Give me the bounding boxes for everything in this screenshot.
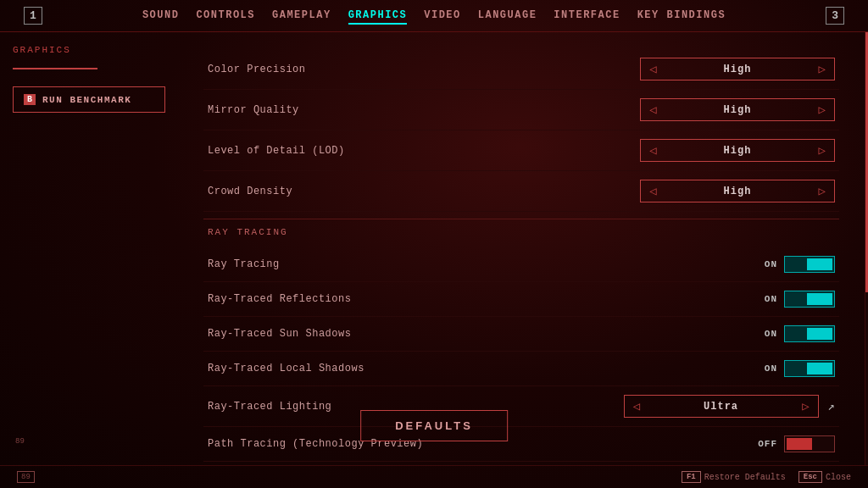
scroll-track[interactable]: [865, 32, 868, 465]
nav-bracket-right: 3: [826, 7, 844, 25]
close-hint[interactable]: Esc Close: [798, 471, 851, 483]
benchmark-key: B: [24, 94, 36, 105]
restore-defaults-label: Restore Defaults: [704, 473, 786, 482]
ray-reflections-label: Ray-Traced Reflections: [208, 293, 351, 305]
defaults-button[interactable]: DEFAULTS: [360, 410, 508, 441]
crowd-density-selector[interactable]: ◁ High ▷: [640, 180, 835, 202]
cursor-icon: ↗: [828, 399, 835, 413]
ray-tracing-state-label: ON: [756, 259, 777, 269]
ray-sun-shadows-state-label: ON: [756, 329, 777, 339]
lod-arrow-right[interactable]: ▷: [810, 140, 834, 161]
benchmark-label: Run Benchmark: [42, 95, 131, 105]
ray-sun-shadows-label: Ray-Traced Sun Shadows: [208, 328, 351, 340]
lod-arrow-left[interactable]: ◁: [641, 140, 665, 161]
mirror-quality-value: High: [665, 101, 810, 119]
nav-item-sound[interactable]: Sound: [142, 8, 180, 25]
settings-panel: Color Precision ◁ High ▷ Mirror Quality …: [178, 32, 865, 465]
nav-item-controls[interactable]: Controls: [196, 8, 255, 25]
setting-row-ray-tracing: Ray Tracing ON: [203, 247, 839, 282]
top-nav: 1 Sound Controls Gameplay Graphics Video…: [0, 0, 868, 32]
setting-row-color-precision: Color Precision ◁ High ▷: [203, 49, 839, 90]
color-precision-label: Color Precision: [208, 64, 306, 75]
ray-sun-shadows-toggle[interactable]: [784, 325, 835, 342]
crowd-density-arrow-right[interactable]: ▷: [810, 180, 834, 202]
defaults-button-container: DEFAULTS: [360, 410, 508, 441]
crowd-density-label: Crowd Density: [208, 186, 292, 197]
setting-row-lod: Level of Detail (LOD) ◁ High ▷: [203, 130, 839, 171]
color-precision-arrow-right[interactable]: ▷: [810, 58, 834, 80]
mirror-quality-label: Mirror Quality: [208, 104, 299, 116]
nav-item-gameplay[interactable]: Gameplay: [272, 8, 331, 25]
nav-bracket-left: 1: [24, 7, 42, 25]
ray-tracing-toggle[interactable]: [784, 256, 835, 273]
ray-local-shadows-state-label: ON: [756, 363, 777, 374]
color-precision-arrow-left[interactable]: ◁: [641, 58, 665, 80]
ray-reflections-toggle-container: ON: [756, 291, 835, 308]
page-number: 89: [15, 437, 25, 446]
bottom-right: F1 Restore Defaults Esc Close: [682, 471, 851, 483]
nav-item-language[interactable]: Language: [478, 8, 537, 25]
setting-row-path-tracing: Path Tracing (Technology Preview) OFF: [203, 427, 839, 462]
nav-items: Sound Controls Gameplay Graphics Video L…: [49, 8, 819, 25]
sidebar-title: Graphics: [13, 45, 165, 55]
ray-lighting-arrow-right[interactable]: ▷: [793, 396, 817, 417]
close-key-badge: Esc: [798, 471, 822, 483]
ray-reflections-toggle[interactable]: [784, 291, 835, 308]
content-area: Graphics B Run Benchmark Color Precision…: [0, 32, 868, 465]
crowd-density-value: High: [665, 182, 810, 201]
path-tracing-toggle[interactable]: [784, 435, 835, 452]
bottom-bar: 89 F1 Restore Defaults Esc Close: [0, 465, 868, 488]
crowd-density-arrow-left[interactable]: ◁: [641, 180, 665, 202]
ray-tracing-toggle-container: ON: [756, 256, 835, 273]
main-container: 1 Sound Controls Gameplay Graphics Video…: [0, 0, 868, 488]
setting-row-ray-reflections: Ray-Traced Reflections ON: [203, 282, 839, 317]
path-tracing-toggle-container: OFF: [756, 435, 835, 452]
restore-key-badge: F1: [682, 471, 701, 483]
nav-item-keybindings[interactable]: Key Bindings: [637, 8, 726, 25]
setting-row-ray-sun-shadows: Ray-Traced Sun Shadows ON: [203, 317, 839, 352]
ray-lighting-label: Ray-Traced Lighting: [208, 401, 331, 413]
ray-sun-shadows-toggle-container: ON: [756, 325, 835, 342]
mirror-quality-arrow-right[interactable]: ▷: [810, 99, 834, 120]
color-precision-value: High: [665, 60, 810, 79]
ray-lighting-selector[interactable]: ◁ Ultra ▷: [624, 395, 819, 418]
ray-tracing-title: Ray Tracing: [208, 227, 288, 237]
color-precision-selector[interactable]: ◁ High ▷: [640, 58, 835, 80]
nav-item-interface[interactable]: Interface: [554, 8, 620, 25]
close-label: Close: [826, 473, 851, 482]
setting-row-mirror-quality: Mirror Quality ◁ High ▷: [203, 90, 839, 130]
ray-lighting-arrow-left[interactable]: ◁: [625, 396, 648, 417]
setting-row-crowd-density: Crowd Density ◁ High ▷: [203, 171, 839, 212]
sidebar-line: [13, 68, 97, 69]
bottom-left: 89: [17, 471, 35, 483]
ray-local-shadows-label: Ray-Traced Local Shadows: [208, 363, 364, 374]
ray-lighting-value: Ultra: [648, 397, 793, 416]
sidebar: Graphics B Run Benchmark: [0, 32, 178, 465]
ray-tracing-label: Ray Tracing: [208, 258, 280, 270]
lod-label: Level of Detail (LOD): [208, 145, 345, 157]
benchmark-button[interactable]: B Run Benchmark: [13, 86, 165, 113]
restore-defaults-hint[interactable]: F1 Restore Defaults: [682, 471, 786, 483]
ray-reflections-state-label: ON: [756, 294, 777, 304]
setting-row-ray-local-shadows: Ray-Traced Local Shadows ON: [203, 352, 839, 386]
ray-local-shadows-toggle[interactable]: [784, 360, 835, 377]
ray-local-shadows-toggle-container: ON: [756, 360, 835, 377]
lod-selector[interactable]: ◁ High ▷: [640, 139, 835, 162]
page-number-display: 89: [17, 471, 35, 483]
ray-tracing-section: Ray Tracing: [203, 219, 839, 243]
mirror-quality-selector[interactable]: ◁ High ▷: [640, 98, 835, 121]
path-tracing-state-label: OFF: [756, 439, 777, 449]
lod-value: High: [665, 141, 810, 160]
nav-item-video[interactable]: Video: [424, 8, 461, 25]
setting-row-ray-lighting: Ray-Traced Lighting ◁ Ultra ▷ ↗: [203, 386, 839, 427]
mirror-quality-arrow-left[interactable]: ◁: [641, 99, 665, 120]
nav-item-graphics[interactable]: Graphics: [348, 8, 408, 25]
